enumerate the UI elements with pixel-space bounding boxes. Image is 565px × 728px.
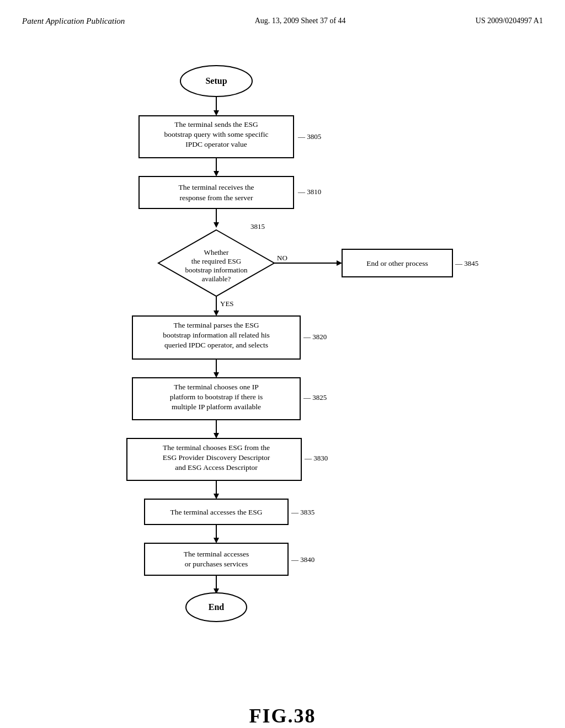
ref-3810: — 3810 [297, 188, 321, 196]
node-3830-text: The terminal chooses ESG from the [163, 443, 270, 452]
ref-3840: — 3840 [291, 555, 315, 564]
svg-text:queried IPDC operator, and sel: queried IPDC operator, and selects [164, 341, 268, 349]
node-3835-text: The terminal accesses the ESG [170, 508, 262, 516]
svg-text:IPDC operator value: IPDC operator value [185, 140, 247, 148]
header-publication-label: Patent Application Publication [22, 17, 125, 26]
node-3840-text: The terminal accesses [184, 550, 249, 558]
no-label: NO [277, 254, 287, 262]
svg-text:bootstrap information all rela: bootstrap information all related his [163, 331, 269, 339]
svg-marker-20 [214, 311, 219, 316]
ref-3830: — 3830 [304, 454, 328, 462]
ref-3820: — 3820 [303, 333, 327, 341]
node-3820-text: The terminal parses the ESG [173, 321, 259, 329]
ref-3805: — 3805 [297, 132, 321, 141]
svg-rect-39 [145, 543, 288, 575]
end-node-label: End [209, 602, 225, 612]
svg-text:bootstrap information: bootstrap information [185, 266, 248, 274]
svg-text:response from the server: response from the server [179, 194, 253, 202]
svg-marker-7 [214, 171, 219, 176]
page-header: Patent Application Publication Aug. 13, … [22, 11, 543, 26]
flowchart-svg: Setup The terminal sends the ESG bootstr… [89, 59, 476, 682]
svg-marker-17 [337, 260, 342, 266]
svg-rect-8 [139, 176, 294, 208]
svg-text:and ESG Access Descriptor: and ESG Access Descriptor [175, 463, 258, 472]
svg-marker-2 [214, 110, 219, 116]
svg-marker-25 [214, 372, 219, 378]
node-3825-text: The terminal chooses one IP [174, 383, 259, 391]
yes-label: YES [220, 299, 234, 308]
node-3845-text: End or other process [366, 259, 428, 267]
header-date-sheet: Aug. 13, 2009 Sheet 37 of 44 [255, 17, 346, 25]
svg-text:multiple IP platform available: multiple IP platform available [172, 403, 261, 411]
start-node-label: Setup [205, 76, 227, 86]
svg-text:bootstrap query with some spec: bootstrap query with some specific [164, 130, 269, 138]
page: Patent Application Publication Aug. 13, … [0, 0, 565, 728]
svg-text:or purchases services: or purchases services [185, 560, 248, 568]
node-3810-text: The terminal receives the [179, 183, 254, 191]
ref-3835: — 3835 [291, 508, 315, 516]
ref-3825: — 3825 [303, 393, 327, 402]
header-patent-number: US 2009/0204997 A1 [476, 17, 543, 25]
figure-caption: FIG.38 [249, 704, 316, 727]
svg-marker-35 [214, 494, 219, 499]
svg-marker-30 [214, 433, 219, 438]
svg-marker-38 [214, 538, 219, 543]
ref-3815: 3815 [250, 222, 265, 231]
diamond-3815-line1: Whether [204, 248, 229, 256]
ref-3845: — 3845 [455, 259, 478, 267]
svg-marker-11 [214, 222, 219, 228]
flowchart: Setup The terminal sends the ESG bootstr… [22, 48, 543, 727]
node-3805-text: The terminal sends the ESG [174, 120, 258, 129]
svg-text:the required ESG: the required ESG [191, 257, 241, 265]
svg-text:available?: available? [202, 275, 231, 283]
svg-text:ESG Provider Discovery Descrip: ESG Provider Discovery Descriptor [163, 453, 270, 462]
svg-text:platform to bootstrap if there: platform to bootstrap if there is [170, 393, 263, 401]
